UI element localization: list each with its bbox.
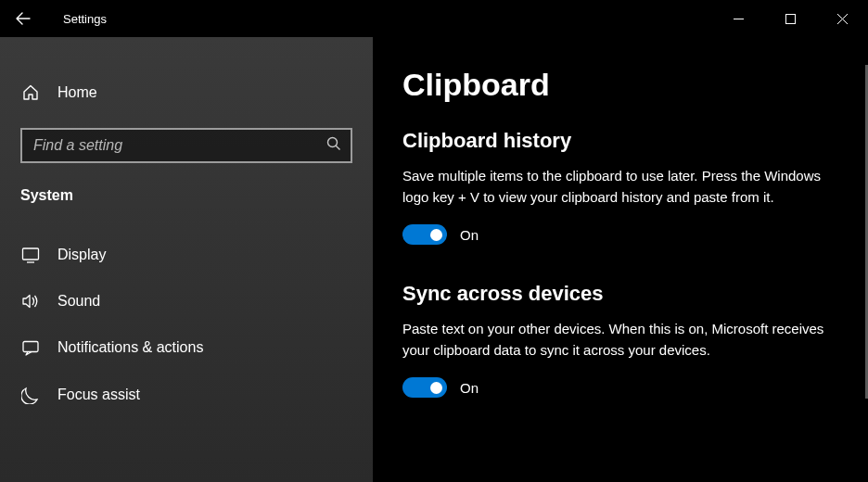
section-description: Paste text on your other devices. When t…: [402, 319, 833, 361]
sidebar-home-label: Home: [57, 84, 97, 101]
home-icon: [20, 83, 41, 102]
notifications-icon: [20, 339, 41, 356]
sidebar-item-label: Display: [57, 247, 106, 263]
clipboard-history-toggle[interactable]: [402, 224, 447, 245]
titlebar: Settings: [0, 0, 868, 37]
search-input[interactable]: [33, 137, 326, 154]
minimize-icon: [734, 14, 744, 24]
sidebar-item-sound[interactable]: Sound: [0, 278, 373, 324]
minimize-button[interactable]: [712, 0, 764, 37]
sidebar-item-notifications[interactable]: Notifications & actions: [0, 324, 373, 371]
toggle-row: On: [402, 377, 833, 398]
section-description: Save multiple items to the clipboard to …: [402, 166, 833, 208]
sidebar-section-title: System: [0, 163, 373, 213]
maximize-button[interactable]: [764, 0, 816, 37]
display-icon: [20, 247, 41, 263]
sidebar-item-label: Focus assist: [57, 387, 140, 403]
svg-rect-8: [23, 342, 38, 352]
maximize-icon: [785, 14, 796, 24]
window-title: Settings: [63, 12, 107, 26]
sync-across-devices-toggle[interactable]: [402, 377, 447, 398]
section-clipboard-history: Clipboard history Save multiple items to…: [402, 129, 833, 245]
window-controls: [712, 0, 868, 37]
svg-rect-6: [23, 248, 39, 260]
close-button[interactable]: [816, 0, 868, 37]
sidebar-nav-list: Display Sound: [0, 232, 373, 419]
sound-icon: [20, 293, 41, 310]
sidebar-home[interactable]: Home: [0, 72, 373, 113]
section-sync-across-devices: Sync across devices Paste text on your o…: [402, 282, 833, 398]
sidebar: Home System: [0, 37, 373, 482]
section-heading: Sync across devices: [402, 282, 833, 306]
sidebar-item-label: Sound: [57, 293, 100, 310]
titlebar-left: Settings: [0, 0, 107, 37]
toggle-state-label: On: [460, 380, 479, 396]
search-icon: [326, 136, 341, 155]
search-box[interactable]: [20, 128, 352, 163]
page-title: Clipboard: [402, 67, 833, 103]
search-container: [20, 128, 352, 163]
svg-line-5: [336, 146, 339, 149]
body-split: Home System: [0, 37, 868, 482]
svg-point-4: [328, 138, 338, 147]
content-pane: Clipboard Clipboard history Save multipl…: [373, 37, 868, 482]
sidebar-item-label: Notifications & actions: [57, 339, 203, 356]
close-icon: [837, 14, 848, 24]
back-button[interactable]: [0, 0, 46, 37]
arrow-left-icon: [16, 11, 31, 26]
sidebar-item-display[interactable]: Display: [0, 232, 373, 278]
section-heading: Clipboard history: [402, 129, 833, 153]
svg-rect-1: [785, 14, 795, 23]
toggle-state-label: On: [460, 227, 479, 243]
sidebar-item-focus-assist[interactable]: Focus assist: [0, 371, 373, 419]
focus-assist-icon: [20, 386, 41, 404]
toggle-row: On: [402, 224, 833, 245]
